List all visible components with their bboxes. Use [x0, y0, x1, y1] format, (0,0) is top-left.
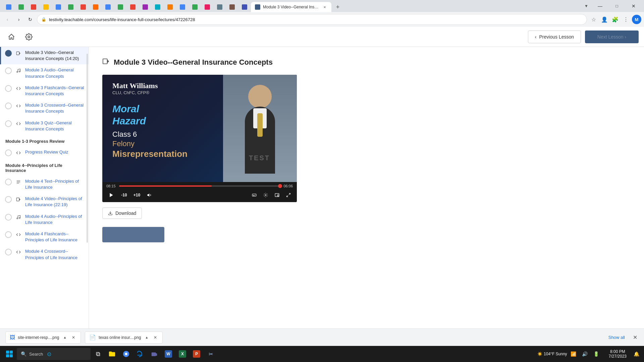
notifications-btn[interactable]: 🔔	[631, 348, 641, 360]
taskbar-snipping[interactable]: ✂	[204, 347, 217, 361]
browser-tab-other[interactable]	[3, 2, 15, 12]
close-btn[interactable]: ✕	[626, 1, 641, 11]
forward-btn[interactable]: ›	[14, 15, 23, 24]
browser-tab-other19[interactable]	[226, 2, 238, 12]
svg-rect-12	[103, 59, 107, 64]
taskbar-task-view[interactable]: ⧉	[91, 347, 105, 361]
item-circle	[5, 196, 12, 203]
sidebar-item-mod3-quiz[interactable]: Module 3 Quiz--General Insurance Concept…	[0, 117, 89, 135]
tray-volume[interactable]: 🔊	[580, 348, 590, 360]
taskbar-excel[interactable]: X	[176, 347, 189, 361]
dl-bar-close-btn[interactable]: ✕	[632, 333, 639, 342]
sidebar-item-mod4-audio[interactable]: Module 4 Audio--Principles of Life Insur…	[0, 211, 89, 228]
bookmark-star-btn[interactable]: ☆	[589, 15, 598, 24]
browser-tab-other7[interactable]	[77, 2, 89, 12]
dl-caret-2[interactable]: ▲	[144, 336, 150, 339]
browser-chrome: Module 3 Video--General Insurance Concep…	[0, 0, 644, 27]
pip-btn[interactable]	[273, 191, 281, 199]
taskbar-word[interactable]: W	[162, 347, 175, 361]
user-avatar[interactable]: M	[632, 15, 641, 24]
skip-back-btn[interactable]: -10	[119, 190, 129, 200]
browser-tab-other18[interactable]	[214, 2, 226, 12]
browser-tab-other12[interactable]	[139, 2, 151, 12]
home-btn[interactable]	[5, 31, 17, 43]
audio-icon2	[15, 214, 22, 221]
taskbar-search-label: Search	[29, 352, 43, 357]
sidebar-item-mod4-flash[interactable]: Module 4 Flashcards--Principles of Life …	[0, 228, 89, 246]
taskbar-edge[interactable]	[133, 347, 147, 361]
browser-tab-other9[interactable]	[102, 2, 114, 12]
reload-btn[interactable]: ↻	[25, 15, 35, 24]
download-btn[interactable]: Download	[102, 207, 142, 219]
sidebar-item-mod4-text[interactable]: Module 4 Text--Principles of Life Insura…	[0, 176, 89, 193]
browser-tab-other5[interactable]	[52, 2, 64, 12]
browser-tab-other11[interactable]	[127, 2, 139, 12]
tab-close-btn[interactable]: ✕	[322, 4, 327, 10]
browser-tab-other3[interactable]	[28, 2, 40, 12]
browser-tab-other14[interactable]	[164, 2, 176, 12]
sidebar-item-mod4-cross[interactable]: Module 4 Crossword--Principles of Life I…	[0, 246, 89, 263]
sidebar-item-mod3-cross[interactable]: Module 3 Crossword--General Insurance Co…	[0, 100, 89, 117]
weather-widget[interactable]: ☀️ 104°F Sunny	[537, 352, 567, 356]
current-time: 08:15	[106, 184, 116, 188]
browser-tab-other2[interactable]	[15, 2, 27, 12]
dl-item-2[interactable]: 📄 texas online insur....png ▲ ✕	[85, 331, 163, 344]
browser-tab-other15[interactable]	[176, 2, 189, 12]
address-bar[interactable]: 🔒 testivity.teachable.com/courses/life-i…	[37, 14, 587, 25]
volume-btn[interactable]	[145, 190, 155, 200]
browser-tab-other16[interactable]	[189, 2, 201, 12]
taskbar-powerpoint[interactable]: P	[190, 347, 203, 361]
sidebar-item-mod4-video[interactable]: Module 4 Video--Principles of Life Insur…	[0, 193, 89, 210]
sidebar-item-progress-quiz[interactable]: Progress Review Quiz	[0, 146, 89, 159]
progress-track[interactable]	[119, 185, 280, 187]
browser-tab-other4[interactable]	[40, 2, 52, 12]
taskbar-teams[interactable]	[148, 347, 161, 361]
dl-close-1[interactable]: ✕	[70, 335, 76, 340]
code-icon	[15, 85, 22, 92]
browser-tabs: Module 3 Video--General Insurance Concep…	[0, 0, 644, 12]
browser-tab-other6[interactable]	[65, 2, 77, 12]
show-all-btn[interactable]: Show all	[606, 334, 628, 341]
taskbar-clock[interactable]: 8:00 PM 7/27/2023	[605, 348, 631, 360]
minimize-btn[interactable]: —	[592, 1, 608, 11]
next-lesson-btn[interactable]: Next Lesson ›	[585, 31, 639, 43]
dl-caret-1[interactable]: ▲	[62, 336, 68, 339]
browser-tab-other10[interactable]	[114, 2, 126, 12]
start-btn[interactable]	[3, 347, 16, 361]
svg-line-23	[289, 193, 290, 195]
new-tab-btn[interactable]: +	[332, 2, 344, 12]
svg-marker-15	[147, 193, 149, 196]
settings-btn[interactable]	[23, 31, 35, 43]
url-text: testivity.teachable.com/courses/life-ins…	[49, 17, 583, 22]
dl-close-2[interactable]: ✕	[152, 335, 158, 340]
browser-tab-other13[interactable]	[152, 2, 164, 12]
tab-search-btn[interactable]: ▼	[582, 1, 591, 11]
maximize-btn[interactable]: □	[609, 1, 625, 11]
fullscreen-btn[interactable]	[284, 191, 293, 199]
browser-tab-other20[interactable]	[238, 2, 251, 12]
taskbar-explorer[interactable]	[105, 347, 119, 361]
back-btn[interactable]: ‹	[3, 15, 12, 24]
svg-line-24	[287, 195, 288, 197]
browser-tab-other8[interactable]	[90, 2, 102, 12]
dl-item-1[interactable]: 🖼 site-internet-resp....png ▲ ✕	[5, 331, 81, 344]
app-header: ‹ Previous Lesson Next Lesson ›	[0, 27, 644, 47]
browser-tab-other17[interactable]	[201, 2, 213, 12]
captions-btn[interactable]	[250, 191, 259, 199]
prev-lesson-btn[interactable]: ‹ Previous Lesson	[528, 31, 581, 43]
skip-fwd-btn[interactable]: +10	[132, 190, 142, 200]
sidebar-item-mod3-flash[interactable]: Module 3 Flashcards--General Insurance C…	[0, 82, 89, 100]
tray-network[interactable]: 📶	[569, 348, 579, 360]
extension-btn[interactable]: 🧩	[610, 15, 620, 24]
sidebar-item-mod3-audio[interactable]: Module 3 Audio--General Insurance Concep…	[0, 64, 89, 82]
profile-btn[interactable]: 👤	[600, 15, 609, 24]
taskbar-search[interactable]: 🔍 Search ⊙	[17, 348, 91, 360]
svg-point-20	[265, 194, 266, 196]
more-btn[interactable]: ⋮	[621, 15, 631, 24]
browser-tab-active[interactable]: Module 3 Video--General Insurance Concep…	[251, 2, 331, 12]
sidebar-item-mod3-video[interactable]: Module 3 Video--General Insurance Concep…	[0, 47, 89, 64]
taskbar-chrome[interactable]	[119, 347, 133, 361]
tray-battery[interactable]: 🔋	[591, 348, 601, 360]
settings-video-btn[interactable]	[261, 191, 270, 199]
play-pause-btn[interactable]	[106, 190, 116, 200]
